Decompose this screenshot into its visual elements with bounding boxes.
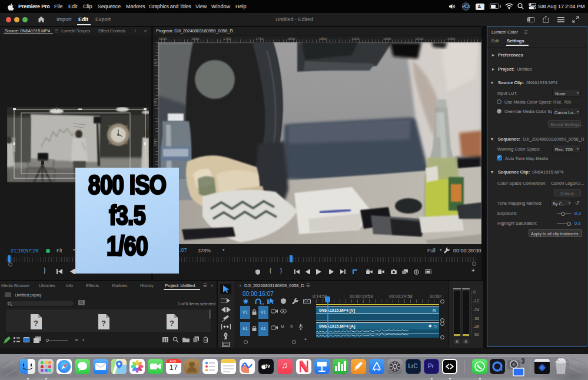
svg-text:?: ? <box>101 319 106 328</box>
svg-text:?: ? <box>170 319 174 328</box>
svg-text:?: ? <box>34 319 38 328</box>
svg-text:3: 3 <box>521 357 525 365</box>
